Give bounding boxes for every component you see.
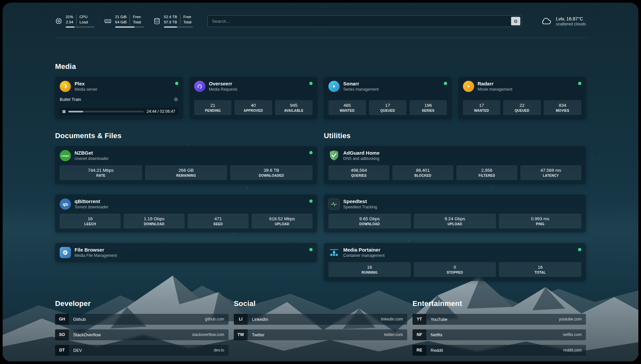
stat-label: REMAINING: [146, 173, 226, 178]
stat-value: 9.65 Gbps: [330, 216, 410, 222]
app-card-speedtest[interactable]: Speedtest Speedtest Tracking 9.65 GbpsDO…: [324, 195, 586, 232]
stat-label: DOWNLOAD: [330, 222, 410, 227]
app-name: qBittorrent: [75, 198, 306, 205]
bookmark-abbr: DT: [55, 345, 69, 356]
bookmark-label: DEV: [73, 348, 82, 353]
stat-box: 9.65 GbpsDOWNLOAD: [328, 214, 411, 228]
bookmark-row-github[interactable]: GH Github github.com: [55, 314, 229, 325]
app-card-overseerr[interactable]: Overseerr Media Requests 21PENDING 40APP…: [190, 77, 318, 119]
section-title-media: Media: [55, 62, 586, 71]
stat-value: 266 GB: [146, 167, 226, 173]
stat-box: 945AVAILABLE: [275, 100, 313, 115]
stat-label: RATE: [61, 173, 141, 178]
stat-box: 39.6 TBDOWNLOADED: [230, 165, 313, 180]
stat-value: 47.569 ms: [522, 167, 580, 173]
stat-label: PENDING: [196, 108, 230, 113]
status-dot: [444, 82, 447, 85]
gear-icon[interactable]: ⚙: [174, 97, 178, 102]
nzbget-icon: nzbget: [60, 150, 71, 161]
memory-total-label: Total: [133, 20, 141, 25]
radarr-icon: [463, 81, 474, 92]
stat-label: LEECH: [61, 222, 119, 227]
seek-bar[interactable]: [68, 111, 144, 112]
app-subtitle: Media Requests: [209, 87, 306, 92]
stat-box: 498,564QUERIES: [328, 165, 389, 180]
bookmark-row-dev[interactable]: DT DEV dev.to: [55, 345, 229, 356]
cpu-label: CPU: [79, 15, 88, 20]
app-card-qbittorrent[interactable]: qb qBittorrent Torrent downloader 16LEEC…: [55, 195, 317, 232]
search-input[interactable]: [207, 15, 522, 27]
stat-box: 834MOVIES: [544, 100, 581, 115]
bookmark-label: Github: [73, 317, 86, 322]
stat-label: FILTERED: [458, 173, 516, 178]
memory-widget: 21 GiB 64 GiB Free Total: [104, 15, 144, 28]
nzbget-icon-label: nzbget: [61, 155, 69, 157]
top-bar: 31% 2.94 CPU Load: [55, 3, 586, 28]
app-card-portainer[interactable]: Media Portainer Container management 16R…: [324, 243, 586, 281]
app-subtitle: Speedtest Tracking: [343, 205, 581, 210]
cpu-load-value: 2.94: [66, 20, 73, 25]
bookmark-row-linkedin[interactable]: LI LinkedIn linkedin.com: [234, 314, 407, 325]
bookmark-url: stackoverflow.com: [192, 332, 224, 337]
stat-value: 0.993 ms: [500, 216, 580, 222]
bookmark-row-youtube[interactable]: YT YouTube youtube.com: [412, 314, 586, 325]
weather-location: Lviv, 16.87°C: [556, 16, 586, 21]
stat-box: 16RUNNING: [328, 262, 411, 277]
media-grid: Plex Media server Bullet Train ⚙ 24:44 /…: [55, 77, 586, 119]
cpu-usage-value: 31%: [66, 15, 73, 20]
divider: [130, 15, 130, 25]
bookmark-row-twitter[interactable]: TW Twitter twitter.com: [234, 329, 407, 340]
bookmark-abbr: RE: [412, 345, 426, 356]
plex-icon: [60, 81, 71, 92]
bookmark-row-reddit[interactable]: RE Reddit reddit.com: [412, 345, 586, 356]
status-dot: [578, 248, 581, 251]
app-card-sonarr[interactable]: Sonarr Series management 485WANTED 17QUE…: [324, 77, 452, 119]
stat-value: 17: [370, 103, 405, 108]
sonarr-icon: [328, 81, 340, 92]
stat-box: 0.993 msPING: [499, 214, 581, 228]
stat-value: 16: [330, 264, 410, 270]
app-card-filebrowser[interactable]: File Browser Media File Management: [55, 243, 317, 262]
app-name: Plex: [75, 81, 171, 87]
playback-time: 24:44 / 02:06:47: [147, 109, 175, 114]
bookmark-row-netflix[interactable]: NF Netflix netflix.com: [412, 329, 586, 340]
pause-icon[interactable]: [63, 110, 65, 113]
filebrowser-icon: [60, 247, 71, 258]
app-card-nzbget[interactable]: nzbget NZBGet Usenet downloader 744.21 M…: [55, 146, 317, 184]
app-card-radarr[interactable]: Radarr Movie management 17WANTED 22QUEUE…: [458, 77, 586, 119]
stat-label: UPLOAD: [253, 222, 311, 227]
stat-box: 9.24 GbpsUPLOAD: [414, 214, 496, 228]
stat-label: WANTED: [330, 108, 365, 113]
section-title-developer: Developer: [55, 299, 229, 308]
stat-value: 16: [61, 216, 119, 222]
bookmark-row-stackoverflow[interactable]: SO StackOverflow stackoverflow.com: [55, 329, 229, 340]
overseerr-icon: [194, 81, 205, 92]
stat-label: DOWNLOAD: [125, 222, 183, 227]
memory-progress-fill: [115, 26, 135, 28]
stat-value: 86,401: [394, 167, 452, 173]
stat-value: 498,564: [330, 167, 388, 173]
status-dot: [309, 82, 313, 85]
bookmark-url: github.com: [205, 317, 224, 321]
middle-columns: Documents & Files nzbget NZBGet Usenet d…: [55, 132, 586, 281]
storage-widget: 52.4 TB 97.9 TB Free Total: [153, 15, 193, 28]
stat-value: 471: [189, 216, 247, 222]
section-title-entertainment: Entertainment: [412, 299, 586, 308]
search-engine-badge[interactable]: G: [511, 17, 520, 25]
bookmark-abbr: YT: [412, 314, 426, 325]
app-subtitle: Series management: [343, 87, 440, 92]
app-card-plex[interactable]: Plex Media server Bullet Train ⚙ 24:44 /…: [55, 77, 183, 119]
stat-value: 39.6 TB: [231, 167, 311, 173]
app-card-adguard[interactable]: AdGuard Home DNS and adblocking 498,564Q…: [324, 146, 586, 184]
memory-total-value: 64 GiB: [115, 20, 127, 25]
bookmark-url: linkedin.com: [381, 317, 403, 321]
app-subtitle: Media server: [75, 87, 171, 92]
stat-box: 744.21 MbpsRATE: [60, 165, 142, 180]
stat-box: 16LEECH: [60, 214, 121, 228]
speedtest-pulse-icon: [328, 198, 340, 210]
stat-box: 21PENDING: [194, 100, 232, 115]
stat-label: RUNNING: [330, 270, 410, 275]
bookmark-label: Twitter: [252, 332, 264, 337]
stat-box: 2,956FILTERED: [456, 165, 517, 180]
bookmark-abbr: TW: [234, 329, 248, 340]
